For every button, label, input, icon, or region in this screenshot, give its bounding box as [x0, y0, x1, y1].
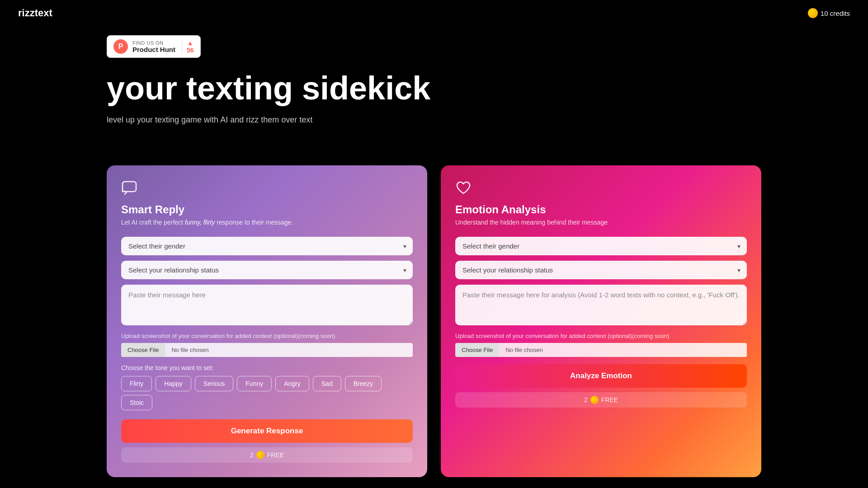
logo: rizztext	[18, 7, 52, 19]
analyze-emotion-button[interactable]: Analyze Emotion	[455, 364, 747, 388]
hero-subtitle: level up your texting game with AI and r…	[107, 115, 761, 125]
ph-number: 56	[187, 47, 194, 54]
credits-label: 10 credits	[821, 9, 850, 17]
emotion-gender-select[interactable]: Select their gender Male Female Other	[455, 237, 747, 255]
tone-buttons-group: Flirty Happy Serious Funny Angry Sad Bre…	[121, 376, 413, 410]
ph-name: Product Hunt	[132, 46, 175, 53]
ph-text: FIND US ON Product Hunt	[132, 40, 175, 53]
emotion-credit-info: 2 FREE	[455, 392, 747, 408]
svg-rect-0	[123, 182, 136, 192]
tone-stoic[interactable]: Stoic	[121, 395, 152, 410]
tone-breezy[interactable]: Breezy	[345, 376, 382, 391]
ph-arrow-icon: ▲	[187, 39, 193, 47]
smart-reply-card: Smart Reply Let AI craft the perfect fun…	[107, 165, 427, 477]
smart-reply-file-name: No file chosen	[165, 343, 413, 357]
smart-reply-choose-file-button[interactable]: Choose File	[121, 343, 165, 357]
ph-count: ▲ 56	[182, 39, 194, 54]
emotion-choose-file-button[interactable]: Choose File	[455, 343, 499, 357]
smart-reply-credit-info: 2 FREE	[121, 447, 413, 463]
tone-funny[interactable]: Funny	[237, 376, 272, 391]
hero-title: your texting sidekick	[107, 70, 761, 106]
tone-label: Choose the tone you want to set:	[121, 364, 413, 371]
tone-happy[interactable]: Happy	[156, 376, 191, 391]
tone-serious[interactable]: Serious	[195, 376, 233, 391]
smart-reply-subtitle: Let AI craft the perfect funny, flirty r…	[121, 219, 413, 226]
emotion-upload-label: Upload screenshot of your conversation f…	[455, 333, 747, 339]
generate-response-button[interactable]: Generate Response	[121, 419, 413, 443]
emotion-relationship-select[interactable]: Select your relationship status Crush Da…	[455, 261, 747, 279]
smart-reply-file-input: Choose File No file chosen	[121, 343, 413, 357]
coin-icon	[808, 8, 818, 18]
smart-reply-message-textarea[interactable]	[121, 285, 413, 325]
smart-reply-credit-amount: 2	[250, 451, 254, 459]
heart-icon	[455, 180, 472, 196]
emotion-analysis-subtitle: Understand the hidden meaning behind the…	[455, 219, 747, 226]
smart-reply-relationship-wrapper: Select your relationship status Crush Da…	[121, 261, 413, 279]
emotion-file-name: No file chosen	[499, 343, 747, 357]
subtitle-suffix: response to their message.	[215, 219, 293, 226]
emotion-relationship-wrapper: Select your relationship status Crush Da…	[455, 261, 747, 279]
smart-reply-gender-wrapper: Select their gender Male Female Other ▾	[121, 237, 413, 255]
tone-sad[interactable]: Sad	[313, 376, 341, 391]
smart-reply-relationship-select[interactable]: Select your relationship status Crush Da…	[121, 261, 413, 279]
smart-reply-credit-free: FREE	[267, 451, 284, 459]
coin-icon-small	[256, 451, 264, 459]
ph-icon: P	[113, 39, 128, 54]
subtitle-highlight: funny, flirty	[185, 219, 215, 226]
tone-flirty[interactable]: Flirty	[121, 376, 152, 391]
emotion-file-input: Choose File No file chosen	[455, 343, 747, 357]
cards-container: Smart Reply Let AI craft the perfect fun…	[0, 165, 868, 477]
product-hunt-badge[interactable]: P FIND US ON Product Hunt ▲ 56	[107, 35, 201, 58]
emotion-analysis-title: Emotion Analysis	[455, 203, 747, 216]
emotion-analysis-card: Emotion Analysis Understand the hidden m…	[441, 165, 761, 477]
smart-reply-gender-select[interactable]: Select their gender Male Female Other	[121, 237, 413, 255]
smart-reply-upload-label: Upload screenshot of your conversation f…	[121, 333, 413, 339]
emotion-credit-amount: 2	[584, 396, 588, 404]
emotion-gender-wrapper: Select their gender Male Female Other ▾	[455, 237, 747, 255]
emotion-message-textarea[interactable]	[455, 285, 747, 325]
coin-icon-small	[590, 396, 599, 404]
chat-bubble-icon	[121, 180, 137, 196]
subtitle-prefix: Let AI craft the perfect	[121, 219, 185, 226]
ph-find-us: FIND US ON	[132, 40, 175, 46]
credits-badge: 10 credits	[808, 8, 850, 18]
hero-section: P FIND US ON Product Hunt ▲ 56 your text…	[0, 26, 868, 165]
header: rizztext 10 credits	[0, 0, 868, 26]
smart-reply-title: Smart Reply	[121, 203, 413, 216]
tone-angry[interactable]: Angry	[275, 376, 309, 391]
emotion-credit-free: FREE	[601, 396, 618, 404]
